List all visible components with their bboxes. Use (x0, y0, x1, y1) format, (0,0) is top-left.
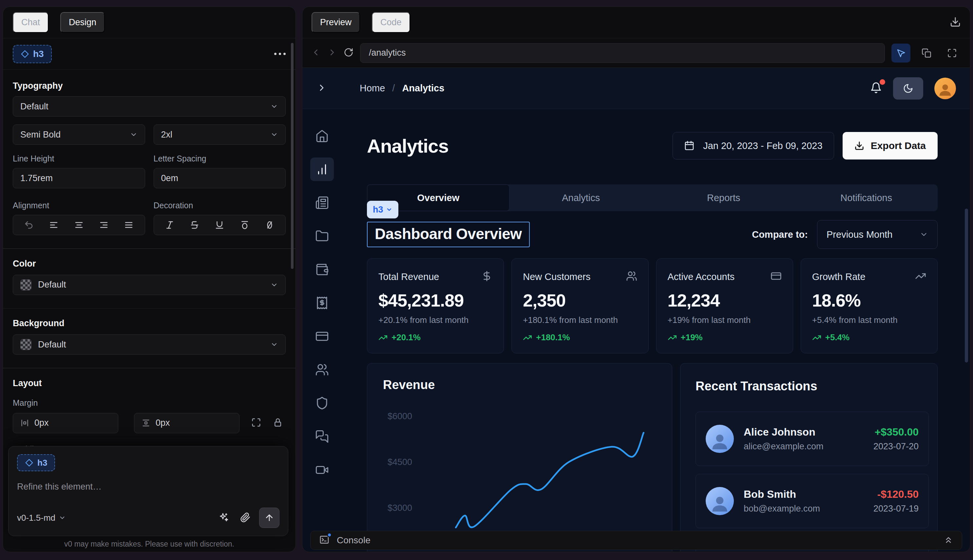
no-decoration-icon[interactable] (265, 220, 275, 230)
background-select[interactable]: Default (13, 334, 286, 355)
app-header: Home / Analytics (303, 68, 970, 109)
sidebar-item-messages[interactable] (310, 425, 334, 448)
align-center-icon[interactable] (74, 220, 84, 230)
attach-file-button[interactable] (240, 512, 250, 523)
chevron-down-icon (920, 230, 928, 239)
dollar-sign-icon (481, 270, 492, 282)
refresh-button[interactable] (344, 47, 354, 58)
font-weight-select[interactable]: Semi Bold (13, 125, 145, 145)
chevron-down-icon (270, 341, 278, 348)
enhance-prompt-button[interactable] (219, 512, 229, 523)
url-input[interactable]: /analytics (360, 43, 885, 63)
user-avatar[interactable] (935, 78, 956, 99)
sidebar-item-wallet[interactable] (310, 258, 334, 281)
ellipsis-icon (274, 53, 277, 55)
model-selector[interactable]: v0-1.5-md (17, 513, 66, 523)
prompt-composer[interactable]: h3 Refine this element… v0-1.5-md (8, 446, 288, 536)
breadcrumb-current: Analytics (402, 83, 444, 94)
stat-value: $45,231.89 (379, 290, 492, 310)
diamond-icon (25, 458, 33, 467)
element-tag-chip[interactable]: h3 (367, 201, 398, 218)
underline-icon[interactable] (215, 220, 224, 230)
font-size-select[interactable]: 2xl (154, 125, 286, 145)
margin-lock-button[interactable] (273, 418, 283, 428)
sidebar-item-analytics[interactable] (310, 158, 334, 181)
sidebar-item-receipts[interactable] (310, 291, 334, 315)
undo-icon[interactable] (24, 220, 34, 230)
maximize-icon (251, 418, 261, 427)
tab-preview[interactable]: Preview (312, 12, 360, 33)
tab-reports[interactable]: Reports (652, 184, 795, 211)
font-family-select[interactable]: Default (13, 96, 286, 117)
composer-placeholder[interactable]: Refine this element… (17, 482, 279, 492)
y-tick: $6000 (387, 411, 412, 421)
preview-scrollbar[interactable] (965, 208, 968, 363)
chevron-down-icon (58, 514, 66, 522)
alignment-label: Alignment (13, 201, 145, 210)
send-button[interactable] (259, 508, 279, 528)
margin-expand-button[interactable] (251, 418, 261, 428)
more-options-button[interactable] (274, 53, 286, 55)
notifications-button[interactable] (870, 82, 882, 95)
background-value: Default (38, 340, 66, 350)
download-button[interactable] (950, 17, 961, 28)
console-activity-dot (327, 532, 332, 537)
tab-chat[interactable]: Chat (13, 12, 48, 33)
sidebar-item-home[interactable] (310, 124, 334, 148)
tab-code[interactable]: Code (372, 12, 410, 33)
design-panel: Chat Design h3 Typography Default Semi B… (3, 7, 296, 552)
italic-icon[interactable] (165, 220, 175, 230)
compare-select[interactable]: Previous Month (817, 220, 938, 249)
design-panel-scrollbar[interactable] (291, 43, 294, 269)
transaction-row: Alice Johnson alice@example.com +$350.00… (696, 412, 929, 466)
select-element-mode-button[interactable] (891, 43, 910, 63)
align-justify-icon[interactable] (124, 220, 134, 230)
align-left-icon[interactable] (49, 220, 58, 230)
sidebar-item-users[interactable] (310, 358, 334, 382)
transaction-amount: +$350.00 (873, 426, 919, 438)
messages-icon (315, 430, 329, 443)
console-bar[interactable]: Console (310, 531, 962, 550)
color-select[interactable]: Default (13, 275, 286, 295)
notification-dot (880, 79, 885, 85)
chevron-down-icon (270, 131, 278, 138)
background-swatch-icon (20, 339, 32, 350)
margin-label: Margin (13, 398, 286, 408)
tab-analytics[interactable]: Analytics (510, 184, 653, 211)
avatar (706, 425, 734, 453)
sidebar-item-security[interactable] (310, 391, 334, 415)
open-in-new-window-button[interactable] (917, 43, 936, 63)
breadcrumb-home[interactable]: Home (360, 83, 385, 94)
sidebar-item-cards[interactable] (310, 325, 334, 348)
margin-x-input[interactable]: 0px (13, 413, 118, 433)
composer-element-chip[interactable]: h3 (17, 454, 55, 471)
sidebar-toggle-button[interactable] (317, 83, 327, 94)
date-range-picker[interactable]: Jan 20, 2023 - Feb 09, 2023 (673, 132, 834, 160)
breadcrumb: Home / Analytics (360, 83, 444, 94)
margin-y-input[interactable]: 0px (134, 413, 239, 433)
revenue-chart-card: Revenue $6000 $4500 $3000 (367, 363, 672, 552)
font-weight-value: Semi Bold (20, 130, 61, 140)
tab-design[interactable]: Design (60, 12, 105, 33)
moon-icon (903, 83, 913, 94)
sidebar-item-news[interactable] (310, 191, 334, 215)
back-button[interactable] (311, 47, 321, 58)
forward-button[interactable] (327, 47, 337, 58)
align-right-icon[interactable] (99, 220, 109, 230)
fullscreen-button[interactable] (943, 43, 961, 63)
sparkles-icon (219, 512, 229, 523)
overline-icon[interactable] (240, 220, 250, 230)
composer-element-label: h3 (37, 458, 47, 468)
home-icon (315, 129, 329, 143)
diamond-icon (21, 50, 29, 58)
line-height-input[interactable]: 1.75rem (13, 168, 145, 188)
selected-element-badge[interactable]: h3 (13, 45, 52, 63)
console-expand-button[interactable] (943, 535, 953, 546)
sidebar-item-video[interactable] (310, 458, 334, 482)
export-data-button[interactable]: Export Data (843, 132, 938, 160)
theme-toggle-button[interactable] (893, 77, 923, 100)
strikethrough-icon[interactable] (190, 220, 200, 230)
letter-spacing-input[interactable]: 0em (154, 168, 286, 188)
tab-notifications[interactable]: Notifications (795, 184, 938, 211)
sidebar-item-files[interactable] (310, 224, 334, 248)
